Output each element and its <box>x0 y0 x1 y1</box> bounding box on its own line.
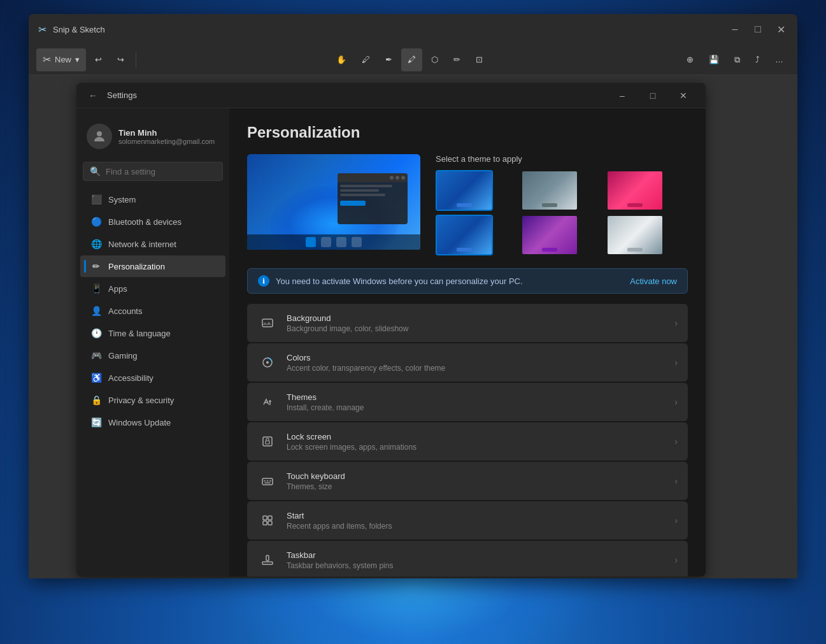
avatar <box>87 124 112 149</box>
snip-minimize-btn[interactable]: – <box>726 20 744 38</box>
user-email: solomenmarketing@gmail.com <box>118 138 215 145</box>
privacy-icon: 🔒 <box>90 394 102 406</box>
theme-3[interactable] <box>606 170 664 211</box>
theme-1[interactable] <box>436 170 493 211</box>
lock-screen-item[interactable]: Lock screen Lock screen images, apps, an… <box>247 422 688 461</box>
touch-keyboard-item[interactable]: Touch keyboard Themes, size › <box>247 462 688 500</box>
activate-now-btn[interactable]: Activate now <box>630 276 677 286</box>
more-btn[interactable]: … <box>769 48 790 71</box>
preview-window-body <box>338 182 408 208</box>
new-label: New <box>55 55 71 64</box>
background-item[interactable]: Background Background image, color, slid… <box>247 304 688 342</box>
save-btn[interactable]: 💾 <box>702 48 725 71</box>
svg-rect-10 <box>265 482 271 483</box>
scissors-icon: ✂ <box>43 54 51 66</box>
theme-2[interactable] <box>521 170 578 211</box>
lock-screen-title: Lock screen <box>287 432 666 441</box>
theme-6-indicator <box>627 248 643 252</box>
pencil-btn[interactable]: ✏ <box>447 48 467 71</box>
svg-rect-13 <box>263 521 267 525</box>
settings-close-btn[interactable]: ✕ <box>669 85 698 106</box>
system-icon: ⬛ <box>90 194 102 205</box>
snip-canvas: ← Settings – □ ✕ <box>29 75 797 578</box>
eraser-btn[interactable]: ⬡ <box>425 48 445 71</box>
nav-system-label: System <box>108 195 136 204</box>
nav-network-label: Network & internet <box>108 240 176 249</box>
crop-btn[interactable]: ⊡ <box>469 48 489 71</box>
nav-accounts[interactable]: 👤 Accounts <box>80 300 225 322</box>
start-icon <box>257 510 278 531</box>
theme-6[interactable] <box>606 215 664 255</box>
undo-icon: ↩ <box>95 55 102 64</box>
new-dropdown-icon[interactable]: ▾ <box>75 55 80 64</box>
windows-update-icon: 🔄 <box>90 417 102 428</box>
nav-bluetooth[interactable]: 🔵 Bluetooth & devices <box>80 211 225 233</box>
snip-close-btn[interactable]: ✕ <box>772 20 790 38</box>
personalization-icon: ✏ <box>90 261 102 272</box>
theme-4[interactable] <box>436 215 493 255</box>
theme-grid <box>436 170 688 255</box>
page-title: Personalization <box>247 124 688 141</box>
background-icon <box>257 313 278 333</box>
snip-maximize-btn[interactable]: □ <box>749 20 767 38</box>
user-info: Tien Minh solomenmarketing@gmail.com <box>118 128 215 145</box>
pen2-icon: ✒ <box>385 55 392 64</box>
svg-rect-8 <box>267 480 269 482</box>
touch-writing-btn[interactable]: ✋ <box>330 48 353 71</box>
network-icon: 🌐 <box>90 238 102 250</box>
background-title: Background <box>287 313 666 323</box>
highlighter-btn[interactable]: 🖍 <box>401 48 422 71</box>
preview-line-2 <box>340 189 379 192</box>
nav-network[interactable]: 🌐 Network & internet <box>80 233 225 255</box>
copy-btn[interactable]: ⧉ <box>728 48 746 71</box>
calligraphy-pen-btn[interactable]: ✒ <box>379 48 399 71</box>
nav-apps[interactable]: 📱 Apps <box>80 278 225 299</box>
theme-3-indicator <box>627 203 643 207</box>
user-profile[interactable]: Tien Minh solomenmarketing@gmail.com <box>76 116 229 157</box>
taskbar-text: Taskbar Taskbar behaviors, system pins <box>287 550 666 570</box>
colors-item[interactable]: Colors Accent color, transparency effect… <box>247 343 688 382</box>
theme-5[interactable] <box>521 215 578 255</box>
theme-4-indicator <box>457 248 472 252</box>
preview-dot-1 <box>390 176 394 180</box>
nav-privacy[interactable]: 🔒 Privacy & security <box>80 389 225 411</box>
settings-main: Personalization <box>229 108 706 576</box>
nav-time[interactable]: 🕐 Time & language <box>80 322 225 344</box>
info-icon: ℹ <box>258 275 269 287</box>
svg-rect-15 <box>262 562 273 564</box>
lock-screen-text: Lock screen Lock screen images, apps, an… <box>287 432 666 452</box>
nav-personalization[interactable]: ✏ Personalization <box>80 255 225 277</box>
preview-dot-3 <box>401 176 405 180</box>
search-input[interactable] <box>106 167 216 176</box>
nav-windows-update[interactable]: 🔄 Windows Update <box>80 411 225 433</box>
taskbar-start <box>306 237 316 247</box>
start-item[interactable]: Start Recent apps and items, folders › <box>247 501 688 540</box>
settings-maximize-btn[interactable]: □ <box>638 85 667 106</box>
touch-keyboard-icon <box>257 471 278 491</box>
lock-screen-icon <box>257 431 278 452</box>
nav-gaming[interactable]: 🎮 Gaming <box>80 345 225 366</box>
settings-minimize-btn[interactable]: – <box>608 85 637 106</box>
gaming-icon: 🎮 <box>90 350 102 361</box>
themes-item[interactable]: Themes Install, create, manage › <box>247 383 688 421</box>
undo-button[interactable]: ↩ <box>89 48 108 71</box>
ballpoint-pen-btn[interactable]: 🖊 <box>355 48 376 71</box>
taskbar-item[interactable]: Taskbar Taskbar behaviors, system pins › <box>247 541 688 576</box>
share-btn[interactable]: ⤴ <box>749 48 766 71</box>
settings-back-btn[interactable]: ← <box>84 87 102 104</box>
user-name: Tien Minh <box>118 128 215 138</box>
zoom-btn[interactable]: ⊕ <box>680 48 700 71</box>
theme-5-indicator <box>542 248 557 252</box>
redo-button[interactable]: ↪ <box>111 48 131 71</box>
start-chevron: › <box>674 515 678 526</box>
toolbar-drawing-tools: ✋ 🖊 ✒ 🖍 ⬡ ✏ ⊡ <box>141 48 678 71</box>
snip-titlebar: ✂ Snip & Sketch – □ ✕ <box>29 14 797 45</box>
nav-accessibility[interactable]: ♿ Accessibility <box>80 367 225 389</box>
activation-message: You need to activate Windows before you … <box>276 276 523 286</box>
nav-privacy-label: Privacy & security <box>108 396 174 405</box>
nav-system[interactable]: ⬛ System <box>80 189 225 210</box>
taskbar-chevron: › <box>674 555 678 565</box>
new-button[interactable]: ✂ New ▾ <box>36 48 86 71</box>
themes-chevron: › <box>674 397 678 407</box>
activation-message-area: ℹ You need to activate Windows before yo… <box>258 275 523 287</box>
